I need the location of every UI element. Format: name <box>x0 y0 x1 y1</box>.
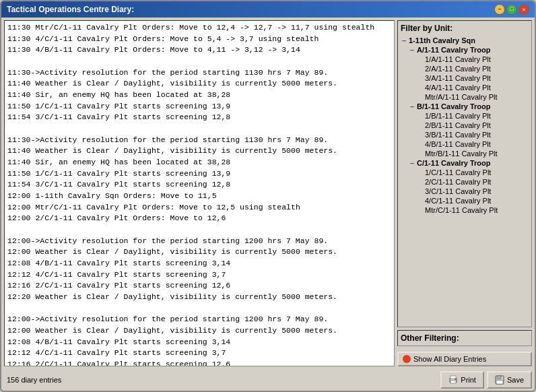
entry-time: 11:30-> <box>7 135 40 144</box>
entry-text: Weather is Clear / Daylight, visibility … <box>31 292 337 301</box>
filter-box[interactable]: Filter by Unit: – 1-11th Cavalry Sqn– A/… <box>397 20 532 327</box>
tree-item-label: 4/A/1-11 Cavalry Plt <box>425 84 491 92</box>
entry-time: 12:12 <box>7 348 31 357</box>
diary-entry: 12:00 1-11th Cavalry Sqn Orders: Move to… <box>7 191 391 202</box>
close-button[interactable]: ✕ <box>518 4 529 15</box>
entry-time: 12:12 <box>7 270 31 279</box>
entry-time: 11:30 <box>7 34 31 43</box>
entry-time: 11:40 <box>7 90 31 99</box>
show-all-icon <box>403 355 411 363</box>
entry-time: 11:54 <box>7 180 31 189</box>
tree-item-label: 2/B/1-11 Cavalry Plt <box>425 121 491 129</box>
entry-time: 12:00-> <box>7 315 40 323</box>
tree-item-3/c/1-11-cavalry-plt[interactable]: 3/C/1-11 Cavalry Plt <box>401 187 529 196</box>
entry-text: Activity resolution for the period start… <box>40 315 328 323</box>
diary-entry: 11:50 1/C/1-11 Cavalry Plt starts screen… <box>7 168 391 180</box>
entry-text: 4/C/1-11 Cavalry Plt starts screening 3,… <box>31 348 226 357</box>
tree-item-label: Mtr/C/1-11 Cavalry Plt <box>425 206 498 214</box>
tree-item-1/a/1-11-cavalry-plt[interactable]: 1/A/1-11 Cavalry Plt <box>401 55 529 64</box>
entry-text: Mtr/C/1-11 Cavalry Plt Orders: Move to 1… <box>31 203 300 211</box>
tree-item-mtr/c/1-11-cavalry-plt[interactable]: Mtr/C/1-11 Cavalry Plt <box>401 205 529 215</box>
tree-expand-icon: – <box>410 159 417 167</box>
diary-entry: 12:12 4/C/1-11 Cavalry Plt starts screen… <box>7 269 391 281</box>
entry-time: 12:00 <box>7 191 31 200</box>
entry-text: Weather is Clear / Daylight, visibility … <box>31 247 337 256</box>
entry-time: 12:00 <box>7 214 31 222</box>
right-panel: Filter by Unit: – 1-11th Cavalry Sqn– A/… <box>397 20 532 366</box>
diary-entry: 11:40 Weather is Clear / Daylight, visib… <box>7 78 391 90</box>
diary-entry: 11:50 1/C/1-11 Cavalry Plt starts screen… <box>7 101 391 112</box>
entry-time: 12:16 <box>7 360 31 366</box>
entry-text: 4/C/1-11 Cavalry Plt Orders: Move to 5,4… <box>31 34 319 43</box>
tree-item-label: 1/A/1-11 Cavalry Plt <box>425 55 491 63</box>
tree-item-label: 1/C/1-11 Cavalry Plt <box>425 168 491 176</box>
tree-item-2/b/1-11-cavalry-plt[interactable]: 2/B/1-11 Cavalry Plt <box>401 121 529 130</box>
tree-item-3/b/1-11-cavalry-plt[interactable]: 3/B/1-11 Cavalry Plt <box>401 130 529 139</box>
entry-text: 4/C/1-11 Cavalry Plt starts screening 3,… <box>31 270 226 279</box>
entry-time: 12:08 <box>7 259 31 267</box>
tree-item-label: 3/A/1-11 Cavalry Plt <box>425 74 491 82</box>
maximize-button[interactable]: □ <box>506 4 517 15</box>
tree-item-b/1-11-cavalry-troop[interactable]: – B/1-11 Cavalry Troop <box>401 102 529 111</box>
diary-entry <box>7 303 391 315</box>
svg-rect-1 <box>450 381 456 383</box>
entry-time: 11:30 <box>7 23 31 32</box>
diary-entry: 11:40 Sir, an enemy HQ has been located … <box>7 90 391 101</box>
entry-text: 2/C/1-11 Cavalry Plt starts screening 12… <box>31 360 231 366</box>
entry-time: 12:00 <box>7 247 31 256</box>
diary-entry: 11:30->Activity resolution for the perio… <box>7 67 391 79</box>
entry-time: 12:00-> <box>7 236 40 245</box>
diary-entry: 11:30->Activity resolution for the perio… <box>7 135 391 146</box>
tree-item-mtr/b/1-11-cavalry-plt[interactable]: Mtr/B/1-11 Cavalry Plt <box>401 149 529 158</box>
tree-item-4/a/1-11-cavalry-plt[interactable]: 4/A/1-11 Cavalry Plt <box>401 83 529 92</box>
diary-panel[interactable]: 11:30 Mtr/C/1-11 Cavalry Plt Orders: Mov… <box>4 20 395 366</box>
tree-item-mtr/a/1-11-cavalry-plt[interactable]: Mtr/A/1-11 Cavalry Plt <box>401 92 529 102</box>
tree-item-1-11th-cavalry-sqn[interactable]: – 1-11th Cavalry Sqn <box>401 36 529 45</box>
diary-entry: 12:00->Activity resolution for the perio… <box>7 314 391 325</box>
entry-time: 11:30-> <box>7 68 40 77</box>
save-button[interactable]: Save <box>487 371 532 389</box>
tree-item-c/1-11-cavalry-troop[interactable]: – C/1-11 Cavalry Troop <box>401 158 529 168</box>
show-all-button[interactable]: Show All Diary Entries <box>397 352 532 366</box>
content-area: 11:30 Mtr/C/1-11 Cavalry Plt Orders: Mov… <box>1 18 535 369</box>
diary-entry: 12:00->Activity resolution for the perio… <box>7 236 391 247</box>
entry-text: Weather is Clear / Daylight, visibility … <box>31 146 337 155</box>
window-title: Tactical Operations Centre Diary: <box>7 5 134 14</box>
bottom-bar: 156 diary entries Print Save <box>1 369 535 391</box>
save-label: Save <box>507 376 524 384</box>
entry-text: 4/B/1-11 Cavalry Plt starts screening 3,… <box>31 337 231 346</box>
minimize-button[interactable]: – <box>494 4 505 15</box>
tree-item-a/1-11-cavalry-troop[interactable]: – A/1-11 Cavalry Troop <box>401 45 529 55</box>
tree-item-label: C/1-11 Cavalry Troop <box>417 159 490 167</box>
tree-item-1/c/1-11-cavalry-plt[interactable]: 1/C/1-11 Cavalry Plt <box>401 168 529 177</box>
diary-entry: 11:40 Weather is Clear / Daylight, visib… <box>7 145 391 157</box>
tree-item-label: Mtr/B/1-11 Cavalry Plt <box>425 150 498 158</box>
diary-entry: 11:54 3/C/1-11 Cavalry Plt starts screen… <box>7 179 391 191</box>
tree-item-4/b/1-11-cavalry-plt[interactable]: 4/B/1-11 Cavalry Plt <box>401 139 529 149</box>
entry-text: Sir, an enemy HQ has been located at 38,… <box>31 158 231 166</box>
tree-item-1/b/1-11-cavalry-plt[interactable]: 1/B/1-11 Cavalry Plt <box>401 111 529 121</box>
entry-text: Sir, an enemy HQ has been located at 38,… <box>31 90 231 99</box>
diary-entry: 11:54 3/C/1-11 Cavalry Plt starts screen… <box>7 112 391 123</box>
entry-time: 11:40 <box>7 146 31 155</box>
diary-entry: 11:40 Sir, an enemy HQ has been located … <box>7 157 391 168</box>
tree-expand-icon: – <box>410 46 417 54</box>
main-window: Tactical Operations Centre Diary: – □ ✕ … <box>0 0 536 392</box>
entry-text: 4/B/1-11 Cavalry Plt starts screening 3,… <box>31 259 231 267</box>
entry-time: 11:50 <box>7 102 31 110</box>
diary-entry: 12:20 Weather is Clear / Daylight, visib… <box>7 292 391 303</box>
diary-entry: 12:00 Weather is Clear / Daylight, visib… <box>7 325 391 337</box>
print-label: Print <box>461 376 476 384</box>
tree-item-3/a/1-11-cavalry-plt[interactable]: 3/A/1-11 Cavalry Plt <box>401 73 529 83</box>
print-save-area: Print Save <box>440 371 532 389</box>
diary-entry <box>7 56 391 67</box>
print-button[interactable]: Print <box>440 371 484 389</box>
unit-tree[interactable]: – 1-11th Cavalry Sqn– A/1-11 Cavalry Tro… <box>401 36 529 215</box>
diary-entry: 12:08 4/B/1-11 Cavalry Plt starts screen… <box>7 258 391 269</box>
tree-item-4/c/1-11-cavalry-plt[interactable]: 4/C/1-11 Cavalry Plt <box>401 196 529 205</box>
tree-item-2/c/1-11-cavalry-plt[interactable]: 2/C/1-11 Cavalry Plt <box>401 177 529 187</box>
diary-count: 156 diary entries <box>4 374 64 385</box>
tree-item-2/a/1-11-cavalry-plt[interactable]: 2/A/1-11 Cavalry Plt <box>401 64 529 73</box>
tree-item-label: 1/B/1-11 Cavalry Plt <box>425 112 491 120</box>
diary-entry: 12:16 2/C/1-11 Cavalry Plt starts screen… <box>7 359 391 366</box>
